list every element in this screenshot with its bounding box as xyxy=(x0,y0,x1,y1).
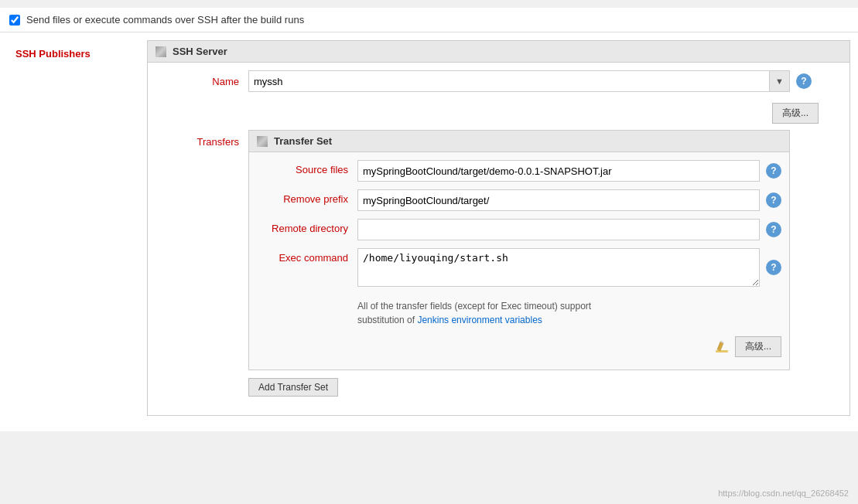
ssh-server-icon xyxy=(156,46,166,57)
name-input[interactable] xyxy=(248,70,770,92)
page-container: Send files or execute commands over SSH … xyxy=(0,0,858,504)
advanced-button-2[interactable]: 高级... xyxy=(735,336,781,357)
pencil-icon xyxy=(714,339,730,355)
jenkins-env-vars-link[interactable]: Jenkins environment variables xyxy=(417,315,542,325)
send-files-checkbox[interactable] xyxy=(9,15,20,26)
ssh-server-body: Name ▼ ? 高级... Transfers xyxy=(148,63,849,415)
transfer-set-box: Transfer Set Source files ? xyxy=(248,130,790,370)
info-text-part2: substitution of xyxy=(357,315,417,325)
transfers-content: Transfer Set Source files ? xyxy=(248,130,790,400)
name-dropdown-arrow[interactable]: ▼ xyxy=(770,70,790,92)
ssh-server-title: SSH Server xyxy=(173,46,227,57)
transfer-footer: 高级... xyxy=(257,332,781,362)
info-text: All of the transfer fields (except for E… xyxy=(257,295,781,332)
add-transfer-btn-row: Add Transfer Set xyxy=(248,370,790,400)
svg-rect-0 xyxy=(716,350,728,352)
info-text-part1: All of the transfer fields (except for E… xyxy=(357,301,591,312)
advanced-button-1[interactable]: 高级... xyxy=(772,103,819,124)
remove-prefix-wrapper: ? xyxy=(357,189,781,211)
add-transfer-set-button[interactable]: Add Transfer Set xyxy=(248,378,338,397)
name-row: Name ▼ ? xyxy=(156,70,842,92)
name-help-icon[interactable]: ? xyxy=(796,73,812,89)
remote-directory-row: Remote directory ? xyxy=(257,219,781,240)
ssh-publishers-label: SSH Publishers xyxy=(0,40,139,424)
source-files-help-icon[interactable]: ? xyxy=(766,163,781,179)
remote-directory-label: Remote directory xyxy=(257,219,357,234)
exec-command-label: Exec command xyxy=(257,248,357,264)
remove-prefix-input[interactable] xyxy=(357,189,760,211)
watermark: https://blog.csdn.net/qq_26268452 xyxy=(718,489,849,498)
transfer-set-title: Transfer Set xyxy=(274,135,332,147)
send-files-label: Send files or execute commands over SSH … xyxy=(26,14,304,26)
remove-prefix-help-icon[interactable]: ? xyxy=(766,192,781,208)
source-files-row: Source files ? xyxy=(257,160,781,182)
name-label: Name xyxy=(156,76,248,87)
ssh-server-header: SSH Server xyxy=(148,41,849,63)
transfer-set-icon xyxy=(257,136,268,147)
transfer-set-header: Transfer Set xyxy=(249,131,789,152)
name-input-wrapper: ▼ xyxy=(248,70,790,92)
transfer-set-body: Source files ? Remove prefix xyxy=(249,152,789,369)
remove-prefix-row: Remove prefix ? xyxy=(257,189,781,211)
exec-command-help-icon[interactable]: ? xyxy=(766,260,781,275)
remove-prefix-label: Remove prefix xyxy=(257,189,357,205)
top-checkbox-row: Send files or execute commands over SSH … xyxy=(0,8,858,32)
source-files-label: Source files xyxy=(257,160,357,175)
remote-directory-input[interactable] xyxy=(357,219,760,240)
source-files-wrapper: ? xyxy=(357,160,781,182)
edit-icon xyxy=(713,339,730,356)
advanced-btn-row-1: 高级... xyxy=(156,100,842,130)
exec-command-textarea[interactable]: /home/liyouqing/start.sh xyxy=(357,248,760,287)
exec-command-row: Exec command /home/liyouqing/start.sh ? xyxy=(257,248,781,287)
remote-directory-wrapper: ? xyxy=(357,219,781,240)
remote-directory-help-icon[interactable]: ? xyxy=(766,222,781,237)
main-content: SSH Publishers SSH Server Name ▼ xyxy=(0,32,858,431)
right-panel: SSH Server Name ▼ ? 高级... xyxy=(139,40,858,424)
svg-marker-1 xyxy=(717,342,723,351)
transfers-row: Transfers Transfer Set xyxy=(156,130,842,400)
ssh-server-box: SSH Server Name ▼ ? 高级... xyxy=(147,40,850,416)
source-files-input[interactable] xyxy=(357,160,760,182)
exec-command-wrapper: /home/liyouqing/start.sh ? xyxy=(357,248,781,287)
transfers-label: Transfers xyxy=(156,130,248,148)
